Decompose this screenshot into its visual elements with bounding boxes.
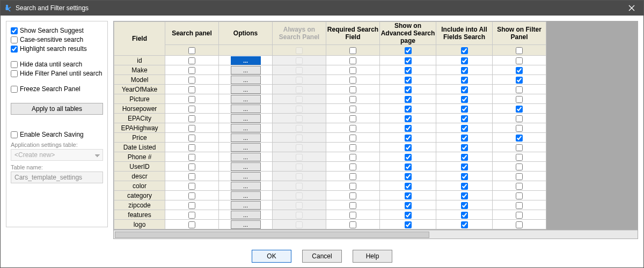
- row-options-button[interactable]: ...: [231, 66, 261, 75]
- header-check-allfields[interactable]: [461, 47, 468, 54]
- row-field-name[interactable]: category: [114, 191, 165, 200]
- row-check-filter[interactable]: [516, 86, 523, 93]
- row-check-allfields[interactable]: [461, 125, 468, 132]
- close-button[interactable]: [620, 1, 643, 16]
- row-check-allfields[interactable]: [461, 96, 468, 103]
- row-check-filter[interactable]: [516, 57, 523, 64]
- row-check-search-panel[interactable]: [188, 154, 195, 161]
- row-check-search-panel[interactable]: [188, 173, 195, 180]
- row-options-button[interactable]: ...: [231, 220, 261, 229]
- row-check-search-panel[interactable]: [188, 202, 195, 209]
- row-check-allfields[interactable]: [461, 192, 468, 199]
- row-field-name[interactable]: Price: [114, 133, 165, 143]
- row-check-required[interactable]: [349, 183, 356, 190]
- row-options-button[interactable]: ...: [231, 182, 261, 190]
- row-check-required[interactable]: [349, 125, 356, 132]
- row-check-search-panel[interactable]: [188, 106, 195, 113]
- show-suggest-checkbox[interactable]: Show Search Suggest: [11, 27, 103, 34]
- row-check-search-panel[interactable]: [188, 115, 195, 122]
- row-options-button[interactable]: ...: [231, 124, 261, 132]
- row-check-advanced[interactable]: [405, 192, 412, 199]
- row-field-name[interactable]: Make: [114, 65, 165, 75]
- row-check-advanced[interactable]: [405, 183, 412, 190]
- row-check-required[interactable]: [349, 67, 356, 74]
- row-field-name[interactable]: id: [114, 56, 165, 65]
- row-check-allfields[interactable]: [461, 173, 468, 180]
- row-check-filter[interactable]: [516, 96, 523, 103]
- row-field-name[interactable]: zipcode: [114, 200, 165, 210]
- row-check-required[interactable]: [349, 163, 356, 170]
- row-check-search-panel[interactable]: [188, 135, 195, 142]
- row-check-advanced[interactable]: [405, 86, 412, 93]
- row-options-button[interactable]: ...: [231, 211, 261, 219]
- row-check-required[interactable]: [349, 106, 356, 113]
- row-check-required[interactable]: [349, 212, 356, 219]
- hide-filter-checkbox[interactable]: Hide Filter Panel until search: [11, 70, 103, 77]
- row-check-allfields[interactable]: [461, 212, 468, 219]
- row-check-advanced[interactable]: [405, 96, 412, 103]
- ok-button[interactable]: OK: [252, 250, 291, 263]
- row-field-name[interactable]: Date Listed: [114, 143, 165, 152]
- row-check-allfields[interactable]: [461, 144, 468, 151]
- row-check-filter[interactable]: [516, 173, 523, 180]
- hide-data-checkbox[interactable]: Hide data until search: [11, 61, 103, 68]
- row-check-advanced[interactable]: [405, 115, 412, 122]
- row-check-required[interactable]: [349, 135, 356, 142]
- row-options-button[interactable]: ...: [231, 133, 261, 142]
- row-check-search-panel[interactable]: [188, 192, 195, 199]
- cancel-button[interactable]: Cancel: [302, 250, 342, 263]
- row-check-search-panel[interactable]: [188, 77, 195, 84]
- row-check-allfields[interactable]: [461, 202, 468, 209]
- row-check-required[interactable]: [349, 77, 356, 84]
- row-check-allfields[interactable]: [461, 135, 468, 142]
- enable-saving-input[interactable]: [11, 131, 18, 138]
- row-check-advanced[interactable]: [405, 57, 412, 64]
- row-check-advanced[interactable]: [405, 77, 412, 84]
- row-check-required[interactable]: [349, 192, 356, 199]
- row-check-advanced[interactable]: [405, 221, 412, 228]
- row-field-name[interactable]: Picture: [114, 94, 165, 104]
- row-check-search-panel[interactable]: [188, 212, 195, 219]
- row-check-required[interactable]: [349, 202, 356, 209]
- row-check-allfields[interactable]: [461, 115, 468, 122]
- freeze-input[interactable]: [11, 86, 18, 93]
- row-check-required[interactable]: [349, 57, 356, 64]
- highlight-input[interactable]: [11, 46, 18, 53]
- row-check-allfields[interactable]: [461, 67, 468, 74]
- row-check-allfields[interactable]: [461, 183, 468, 190]
- highlight-checkbox[interactable]: Highlight search results: [11, 45, 103, 53]
- row-check-search-panel[interactable]: [188, 144, 195, 151]
- row-check-filter[interactable]: [516, 106, 523, 113]
- row-check-filter[interactable]: [516, 212, 523, 219]
- row-options-button[interactable]: ...: [231, 56, 261, 65]
- row-check-search-panel[interactable]: [188, 163, 195, 170]
- row-options-button[interactable]: ...: [231, 105, 261, 113]
- row-check-allfields[interactable]: [461, 154, 468, 161]
- row-check-filter[interactable]: [516, 144, 523, 151]
- row-options-button[interactable]: ...: [231, 76, 261, 84]
- row-check-advanced[interactable]: [405, 125, 412, 132]
- row-field-name[interactable]: Model: [114, 75, 165, 85]
- row-check-advanced[interactable]: [405, 67, 412, 74]
- row-options-button[interactable]: ...: [231, 114, 261, 123]
- row-check-required[interactable]: [349, 144, 356, 151]
- row-check-advanced[interactable]: [405, 212, 412, 219]
- row-field-name[interactable]: color: [114, 181, 165, 191]
- table-name-input[interactable]: [11, 172, 103, 183]
- row-options-button[interactable]: ...: [231, 95, 261, 103]
- row-field-name[interactable]: Horsepower: [114, 104, 165, 114]
- row-field-name[interactable]: logo: [114, 220, 165, 229]
- header-check-filter[interactable]: [516, 47, 523, 54]
- case-sensitive-input[interactable]: [11, 36, 18, 43]
- header-check-required[interactable]: [349, 47, 356, 54]
- row-check-required[interactable]: [349, 221, 356, 228]
- row-options-button[interactable]: ...: [231, 172, 261, 181]
- row-field-name[interactable]: EPAHighway: [114, 123, 165, 133]
- row-options-button[interactable]: ...: [231, 85, 261, 94]
- row-check-advanced[interactable]: [405, 154, 412, 161]
- row-check-filter[interactable]: [516, 221, 523, 228]
- row-check-required[interactable]: [349, 115, 356, 122]
- row-check-search-panel[interactable]: [188, 221, 195, 228]
- row-check-allfields[interactable]: [461, 221, 468, 228]
- help-button[interactable]: Help: [353, 250, 392, 263]
